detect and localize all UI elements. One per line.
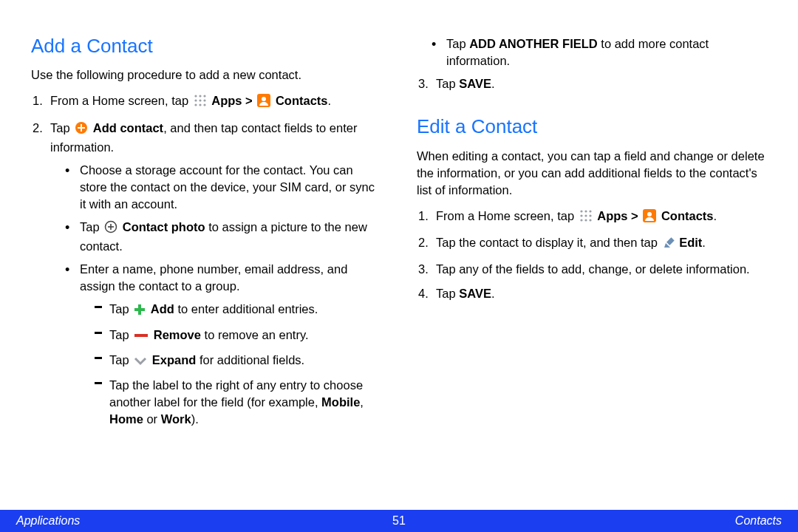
text: to enter additional entries.	[174, 302, 318, 316]
contact-photo-label: Contact photo	[123, 220, 205, 233]
add-step-3-list: Tap SAVE.	[417, 75, 767, 92]
text: Tap	[109, 353, 132, 366]
text: .	[491, 287, 495, 300]
svg-point-6	[203, 100, 205, 102]
svg-point-22	[584, 210, 587, 212]
text: Tap	[50, 121, 73, 134]
manual-page: Add a Contact Use the following procedur…	[0, 0, 798, 532]
svg-point-4	[194, 100, 197, 102]
save-label: SAVE	[459, 77, 491, 90]
text: Tap	[436, 77, 459, 90]
save-label: SAVE	[459, 287, 491, 300]
edit-step-2: Tap the contact to display it, and then …	[417, 234, 767, 253]
edit-step-4: Tap SAVE.	[417, 285, 767, 302]
heading-add-contact: Add a Contact	[31, 33, 381, 59]
svg-point-21	[580, 210, 582, 212]
text: From a Home screen, tap	[50, 94, 192, 107]
svg-point-5	[199, 100, 201, 102]
svg-point-8	[199, 104, 201, 106]
text: Mobile	[321, 395, 360, 409]
list-item: Tap the label to the right of any entry …	[95, 377, 381, 428]
add-step-1: From a Home screen, tap Apps > Contacts.	[31, 92, 381, 112]
svg-rect-20	[134, 334, 148, 337]
page-number: 51	[392, 514, 406, 528]
left-column: Add a Contact Use the following procedur…	[31, 30, 381, 532]
svg-point-31	[647, 212, 652, 216]
text: From a Home screen, tap	[436, 209, 578, 222]
list-item: Enter a name, phone number, email addres…	[65, 261, 381, 428]
page-footer: Applications 51 Contacts	[0, 510, 798, 532]
add-another-field-label: ADD ANOTHER FIELD	[469, 37, 598, 50]
contacts-icon	[643, 209, 656, 227]
text: Home	[109, 412, 143, 426]
text: to remove an entry.	[201, 328, 309, 341]
plus-circle-outline-icon	[104, 220, 117, 238]
text: Tap	[446, 37, 469, 50]
text: ).	[191, 412, 199, 426]
right-column: Tap ADD ANOTHER FIELD to add more contac…	[417, 30, 767, 532]
plus-green-icon	[134, 303, 146, 320]
add-step-3: Tap SAVE.	[417, 75, 767, 92]
svg-rect-17	[108, 226, 114, 228]
plus-circle-orange-icon	[75, 121, 88, 139]
svg-point-3	[203, 95, 205, 98]
svg-point-9	[203, 104, 205, 106]
svg-point-25	[584, 214, 587, 216]
add-steps: From a Home screen, tap Apps > Contacts.…	[31, 92, 381, 428]
apps-icon	[579, 209, 593, 227]
svg-point-27	[580, 219, 582, 221]
text: Tap the contact to display it, and then …	[436, 236, 661, 249]
text: .	[714, 209, 717, 222]
list-item: Tap Remove to remove an entry.	[95, 327, 381, 346]
list-item: Tap Contact photo to assign a picture to…	[65, 219, 381, 255]
add-contact-label: Add contact	[93, 121, 163, 134]
list-item: Tap Add to enter additional entries.	[95, 301, 381, 320]
apps-icon	[194, 94, 207, 112]
chevron-down-icon	[134, 354, 147, 371]
heading-edit-contact: Edit a Contact	[417, 113, 767, 140]
text: Tap	[80, 220, 103, 233]
text: Tap	[109, 328, 132, 341]
text: Tap any of the fields to add, change, or…	[436, 262, 750, 276]
text: ,	[360, 395, 364, 409]
text: or	[143, 412, 161, 426]
apps-label: Apps	[211, 94, 242, 107]
svg-point-28	[584, 219, 587, 221]
text: Work	[161, 412, 191, 426]
text: .	[328, 94, 332, 107]
edit-steps: From a Home screen, tap Apps > Contacts.…	[417, 208, 767, 302]
edit-label: Edit	[679, 236, 702, 249]
list-item: Choose a storage account for the contact…	[65, 162, 381, 213]
list-item: Tap Expand for additional fields.	[95, 352, 381, 371]
text: .	[702, 236, 706, 249]
text: Tap	[109, 302, 132, 316]
svg-point-11	[262, 97, 266, 101]
svg-rect-14	[78, 127, 85, 129]
text: for additional fields.	[196, 353, 304, 366]
text: >	[628, 209, 642, 222]
svg-point-23	[589, 210, 591, 212]
apps-label: Apps	[597, 209, 627, 222]
pencil-icon	[663, 236, 675, 253]
svg-point-2	[199, 95, 201, 98]
edit-step-3: Tap any of the fields to add, change, or…	[417, 261, 767, 278]
minus-red-icon	[134, 329, 149, 346]
expand-label: Expand	[152, 353, 197, 366]
contacts-icon	[257, 94, 270, 112]
text: Tap	[436, 287, 459, 300]
text: .	[491, 77, 495, 90]
text: >	[242, 94, 256, 107]
dash-list: Tap Add to enter additional entries. Tap	[80, 301, 381, 428]
svg-rect-33	[666, 237, 675, 245]
svg-point-7	[194, 104, 197, 106]
add-label: Add	[151, 302, 174, 316]
intro-add: Use the following procedure to add a new…	[31, 66, 381, 83]
add-step-2: Tap Add contact, and then tap contact fi…	[31, 120, 381, 428]
svg-point-29	[589, 219, 591, 221]
list-item: Tap ADD ANOTHER FIELD to add more contac…	[432, 35, 767, 69]
continued-bullet: Tap ADD ANOTHER FIELD to add more contac…	[417, 35, 767, 69]
footer-left: Applications	[16, 514, 80, 528]
edit-step-1: From a Home screen, tap Apps > Contacts.	[417, 208, 767, 227]
text: Enter a name, phone number, email addres…	[80, 262, 347, 293]
contacts-label: Contacts	[661, 209, 714, 222]
